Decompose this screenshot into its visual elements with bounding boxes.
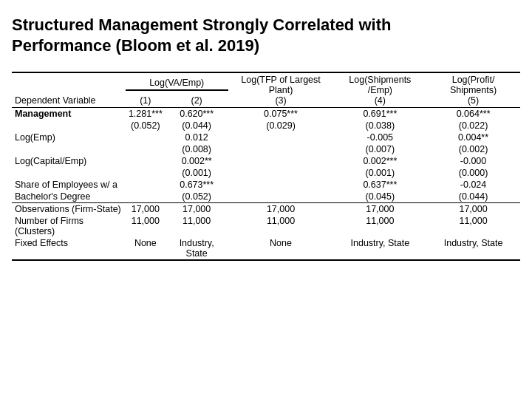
row-cell: (0.022) [426,120,520,132]
row-cell [126,132,166,143]
row-cell: 0.620*** [166,108,228,120]
row-cell [126,155,166,167]
row-label: Log(Capital/Emp) [12,155,126,167]
row-cell: (0.038) [334,120,427,132]
col-log-tfp: Log(TFP of Largest Plant) (3) [228,72,334,108]
row-cell: (0.007) [334,143,427,155]
row-cell: (0.044) [166,120,228,132]
row-label: Fixed Effects [12,237,126,260]
regression-table: Dependent Variable Log(VA/Emp) Log(TFP o… [12,72,520,261]
row-label: Bachelor's Degree [12,191,126,203]
table-row: Number of Firms (Clusters)11,00011,00011… [12,215,520,237]
row-cell: 1.281*** [126,108,166,120]
row-cell: (0.000) [426,167,520,179]
row-cell [228,143,334,155]
table-row: (0.052)(0.044)(0.029)(0.038)(0.022) [12,120,520,132]
row-cell [126,167,166,179]
row-cell: (0.044) [426,191,520,203]
row-cell: 0.673*** [166,179,228,191]
table-row: (0.001)(0.001)(0.000) [12,167,520,179]
row-cell: 0.064*** [426,108,520,120]
row-cell: (0.001) [166,167,228,179]
row-cell: -0.000 [426,155,520,167]
table-row: Bachelor's Degree(0.052)(0.045)(0.044) [12,191,520,203]
row-label [12,167,126,179]
col-sub2: (2) [166,90,228,107]
row-label: Observations (Firm-State) [12,203,126,216]
table-row: Log(Capital/Emp)0.002**0.002***-0.000 [12,155,520,167]
row-cell: 17,000 [426,203,520,216]
row-cell: 11,000 [166,215,228,237]
row-cell: (0.029) [228,120,334,132]
row-cell: 17,000 [166,203,228,216]
row-cell: 17,000 [334,203,427,216]
row-cell: Industry, State [334,237,427,260]
col-log-profit: Log(Profit/ Shipments) (5) [426,72,520,108]
col-sub1: (1) [126,90,166,107]
row-cell [228,155,334,167]
row-cell: 0.012 [166,132,228,143]
row-cell: Industry, State [166,237,228,260]
row-cell: 11,000 [334,215,427,237]
row-cell: 0.004** [426,132,520,143]
row-label: Management [12,108,126,120]
row-cell: 0.691*** [334,108,427,120]
row-cell: 17,000 [228,203,334,216]
col-log-va-emp: Log(VA/Emp) [126,72,228,90]
row-cell: None [126,237,166,260]
row-cell: -0.024 [426,179,520,191]
row-label: Number of Firms (Clusters) [12,215,126,237]
row-cell: 0.637*** [334,179,427,191]
row-label [12,120,126,132]
row-cell: (0.002) [426,143,520,155]
row-cell: (0.045) [334,191,427,203]
row-cell [228,191,334,203]
table-row: Management1.281***0.620***0.075***0.691*… [12,108,520,120]
row-cell [126,179,166,191]
row-cell: 0.002*** [334,155,427,167]
row-cell: Industry, State [426,237,520,260]
col-log-shipments: Log(Shipments /Emp) (4) [334,72,427,108]
row-cell: (0.001) [334,167,427,179]
row-label [12,143,126,155]
row-cell: 0.002** [166,155,228,167]
page-title: Structured Management Strongly Correlate… [12,15,520,55]
row-cell: (0.052) [126,120,166,132]
row-cell: None [228,237,334,260]
row-cell: 0.075*** [228,108,334,120]
row-cell: 11,000 [426,215,520,237]
table-row: Observations (Firm-State)17,00017,00017,… [12,203,520,216]
row-cell: 17,000 [126,203,166,216]
row-cell: (0.008) [166,143,228,155]
row-cell: -0.005 [334,132,427,143]
row-cell: 11,000 [228,215,334,237]
table-row: Share of Employees w/ a0.673***0.637***-… [12,179,520,191]
row-cell: 11,000 [126,215,166,237]
row-cell [228,179,334,191]
table-row: Log(Emp)0.012-0.0050.004** [12,132,520,143]
row-label: Log(Emp) [12,132,126,143]
row-cell: (0.052) [166,191,228,203]
row-cell [228,167,334,179]
row-cell [126,143,166,155]
col-dependent-variable: Dependent Variable [12,72,126,108]
header-row: Dependent Variable Log(VA/Emp) Log(TFP o… [12,72,520,90]
row-label: Share of Employees w/ a [12,179,126,191]
row-cell [126,191,166,203]
table-row: Fixed EffectsNoneIndustry, StateNoneIndu… [12,237,520,260]
row-cell [228,132,334,143]
table-row: (0.008)(0.007)(0.002) [12,143,520,155]
